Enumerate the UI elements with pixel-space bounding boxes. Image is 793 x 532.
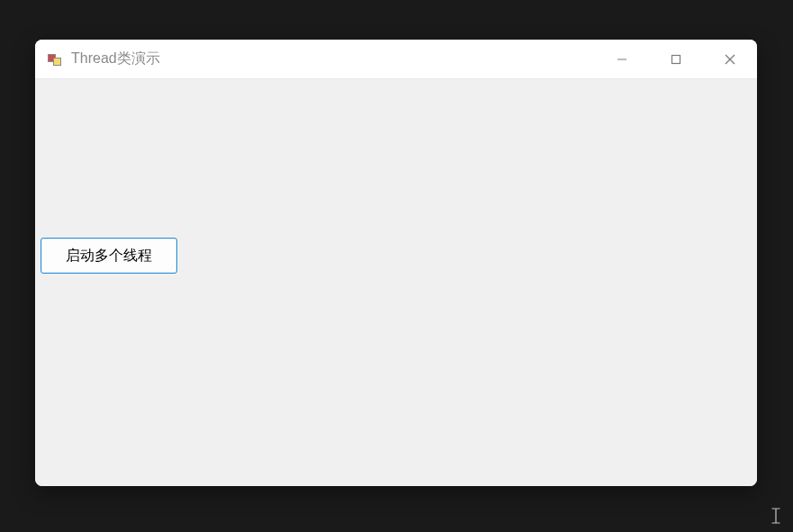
app-icon bbox=[48, 52, 62, 67]
start-threads-button[interactable]: 启动多个线程 bbox=[41, 238, 177, 274]
svg-rect-1 bbox=[672, 55, 680, 63]
close-button[interactable] bbox=[703, 40, 757, 78]
maximize-icon bbox=[671, 54, 681, 65]
titlebar[interactable]: Thread类演示 bbox=[35, 40, 757, 79]
window-controls bbox=[595, 40, 757, 78]
window-title: Thread类演示 bbox=[71, 50, 595, 68]
close-icon bbox=[725, 54, 735, 65]
minimize-icon bbox=[617, 54, 627, 65]
minimize-button[interactable] bbox=[595, 40, 649, 78]
client-area: 启动多个线程 bbox=[35, 79, 757, 486]
maximize-button[interactable] bbox=[649, 40, 703, 78]
text-cursor-icon bbox=[770, 507, 782, 528]
app-window: Thread类演示 启动多个线程 bbox=[35, 40, 757, 486]
